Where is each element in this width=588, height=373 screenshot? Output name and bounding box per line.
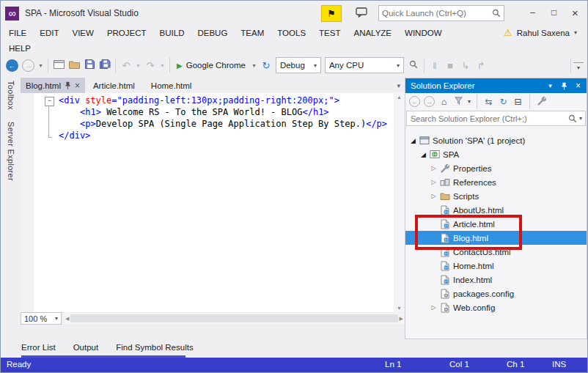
tree-item-packages-config[interactable]: packages.config: [405, 287, 587, 300]
stop-debug-button[interactable]: ■: [443, 57, 457, 73]
step-into-button[interactable]: ↳: [458, 57, 473, 73]
editor-tab-article-html[interactable]: Article.html: [85, 78, 143, 93]
menu-item-help[interactable]: HELP: [2, 43, 37, 54]
se-forward-button[interactable]: →: [424, 95, 435, 108]
navigation-dropdown-button[interactable]: ▾: [37, 57, 45, 73]
menu-item-build[interactable]: BUILD: [153, 23, 191, 43]
open-file-button[interactable]: [67, 57, 81, 73]
menu-item-edit[interactable]: EDIT: [33, 23, 65, 43]
menu-item-project[interactable]: PROJECT: [100, 23, 153, 43]
bottom-tab-output[interactable]: Output: [73, 343, 99, 352]
properties-button[interactable]: [536, 95, 547, 108]
expander-icon[interactable]: ◢: [408, 137, 418, 144]
bottom-tab-error-list[interactable]: Error List: [21, 343, 56, 352]
outline-box-glyph[interactable]: [34, 95, 56, 106]
navigate-forward-button[interactable]: →: [21, 57, 36, 73]
feedback-button[interactable]: [352, 5, 371, 21]
scroll-up-icon[interactable]: ▲: [397, 95, 402, 100]
document-list-dropdown-icon[interactable]: ▾: [397, 82, 405, 89]
side-tab-server-explorer[interactable]: Server Explorer: [7, 122, 15, 181]
toolbar-overflow-button[interactable]: ▾: [573, 62, 584, 71]
undo-dropdown-button[interactable]: ▾: [134, 57, 142, 73]
close-icon[interactable]: ×: [75, 81, 80, 90]
solution-search-input[interactable]: [407, 114, 566, 123]
step-over-button[interactable]: ↱: [474, 57, 488, 73]
solution-explorer-header[interactable]: Solution Explorer ▾ ×: [405, 78, 587, 93]
menu-item-analyze[interactable]: ANALYZE: [347, 23, 398, 43]
toolbar-separator: [570, 58, 571, 73]
side-tab-toolbox[interactable]: Toolbox: [7, 81, 15, 110]
tree-item-solution-spa-1-project[interactable]: ◢Solution 'SPA' (1 project): [405, 133, 587, 147]
tree-item-properties[interactable]: ▷Properties: [405, 161, 587, 175]
code-token: >: [334, 95, 339, 106]
notification-flag-button[interactable]: ⚑: [321, 5, 342, 22]
infinity-glyph: ∞: [9, 7, 16, 19]
quick-launch-input[interactable]: [379, 9, 489, 18]
redo-button[interactable]: ↷: [143, 57, 158, 73]
maximize-button[interactable]: □: [543, 4, 565, 21]
editor-tab-blog-html[interactable]: Blog.html×: [21, 78, 85, 93]
close-button[interactable]: ×: [565, 4, 586, 21]
zoom-combo[interactable]: 100 % ▾: [21, 312, 62, 325]
navigate-backward-button[interactable]: ←: [4, 57, 20, 73]
outline-margin: [34, 93, 56, 312]
code-editor[interactable]: <div style="padding-left:130px;padding-r…: [21, 93, 405, 312]
save-button[interactable]: [82, 57, 97, 73]
search-icon[interactable]: [489, 9, 504, 18]
search-icon[interactable]: [566, 114, 579, 123]
menu-item-view[interactable]: VIEW: [66, 23, 100, 43]
solution-configuration-combo[interactable]: Debug ▾: [276, 57, 321, 73]
tree-item-index-html[interactable]: Index.html: [405, 273, 587, 287]
home-button[interactable]: ⌂: [438, 95, 449, 108]
minimize-button[interactable]: –: [522, 4, 543, 21]
scroll-right-icon[interactable]: ▶: [400, 316, 403, 322]
refresh-button[interactable]: ↻: [498, 95, 509, 108]
user-account-menu[interactable]: ⚠ Rahul Saxena ▾: [495, 27, 586, 38]
tree-item-references[interactable]: ▷References: [405, 175, 587, 189]
refresh-button[interactable]: ↻: [259, 57, 273, 73]
save-all-button[interactable]: [98, 57, 112, 73]
se-back-button[interactable]: ←: [409, 95, 420, 108]
expander-icon[interactable]: ▷: [429, 193, 438, 199]
close-icon[interactable]: ×: [572, 80, 584, 92]
pin-icon[interactable]: [65, 81, 71, 89]
tree-item-spa[interactable]: ◢SPA: [405, 147, 587, 161]
menu-item-test[interactable]: TEST: [312, 23, 347, 43]
window-position-dropdown-icon[interactable]: ▾: [544, 80, 556, 92]
redo-dropdown-button[interactable]: ▾: [158, 57, 166, 73]
vertical-scrollbar[interactable]: ▲ ▼: [394, 93, 405, 312]
sync-with-active-document-button[interactable]: ⇆: [483, 95, 494, 108]
horizontal-scrollbar[interactable]: ◀ ▶: [64, 313, 405, 324]
menu-item-window[interactable]: WINDOW: [398, 23, 448, 43]
filter-dropdown-icon[interactable]: ▾: [468, 98, 471, 105]
breakpoint-margin[interactable]: [21, 93, 34, 312]
editor-tab-home-html[interactable]: Home.html: [143, 78, 200, 93]
code-lines[interactable]: <div style="padding-left:130px;padding-r…: [56, 93, 394, 312]
expander-icon[interactable]: ◢: [419, 151, 428, 158]
tree-item-scripts[interactable]: ▷Scripts: [405, 189, 587, 203]
start-debug-button[interactable]: ▶ Google Chrome: [173, 57, 249, 73]
solution-platform-combo[interactable]: Any CPU ▾: [325, 57, 404, 73]
expander-icon[interactable]: ▷: [429, 179, 438, 185]
menu-item-team[interactable]: TEAM: [234, 23, 271, 43]
menu-item-debug[interactable]: DEBUG: [191, 23, 234, 43]
auto-hide-pin-icon[interactable]: [558, 80, 570, 92]
scrollbar-thumb[interactable]: [70, 314, 397, 322]
browser-dropdown-button[interactable]: ▾: [250, 57, 258, 73]
tree-item-home-html[interactable]: Home.html: [405, 259, 587, 273]
new-project-button[interactable]: [51, 57, 66, 73]
break-all-button[interactable]: ‖: [427, 57, 442, 73]
tree-item-web-config[interactable]: ▷Web.config: [405, 300, 587, 314]
undo-button[interactable]: ↶: [119, 57, 133, 73]
expander-icon[interactable]: ▷: [429, 304, 438, 311]
filter-button[interactable]: [453, 95, 464, 108]
scroll-down-icon[interactable]: ▼: [397, 306, 402, 311]
scroll-left-icon[interactable]: ◀: [65, 316, 69, 322]
search-dropdown-icon[interactable]: ▾: [579, 115, 585, 122]
menu-item-file[interactable]: FILE: [2, 23, 33, 43]
find-in-files-button[interactable]: [406, 57, 421, 73]
expander-icon[interactable]: ▷: [429, 165, 438, 171]
menu-item-tools[interactable]: TOOLS: [271, 23, 312, 43]
bottom-tab-find-symbol-results[interactable]: Find Symbol Results: [116, 343, 193, 352]
collapse-all-button[interactable]: ⊟: [512, 95, 523, 108]
